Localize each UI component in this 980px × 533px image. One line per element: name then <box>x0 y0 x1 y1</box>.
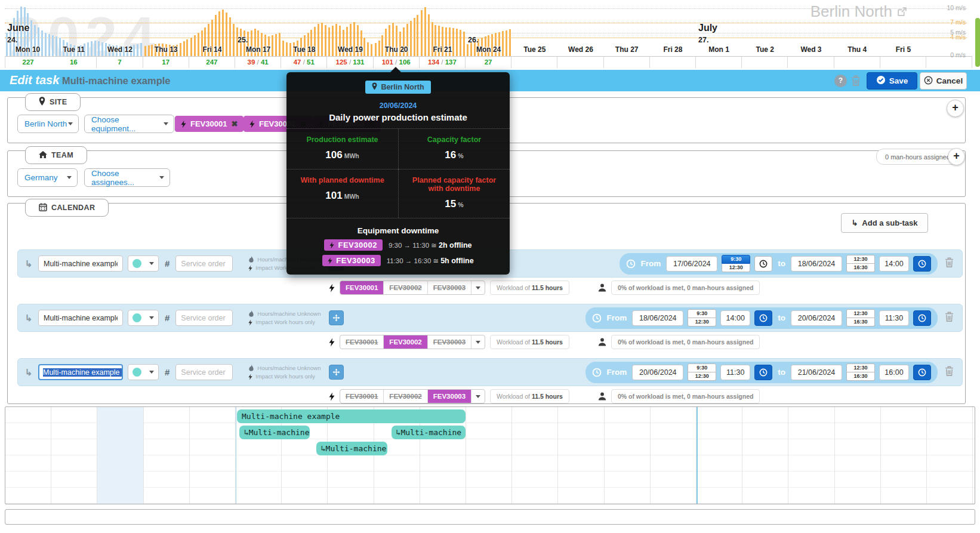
equipment-option-FEV30001[interactable]: FEV30001 <box>340 390 383 403</box>
site-select[interactable]: Berlin North <box>17 115 79 133</box>
time-shortcut-button[interactable]: 12:30 <box>846 255 875 264</box>
assignees-select[interactable]: Choose assignees... <box>84 168 170 187</box>
save-button[interactable]: Save <box>867 72 917 90</box>
subtask-name-input[interactable] <box>38 310 123 326</box>
month-label: July <box>698 23 717 33</box>
delete-subtask-icon[interactable] <box>945 257 954 270</box>
gantt-day-column <box>742 407 788 504</box>
help-icon[interactable]: ? <box>834 75 847 87</box>
drag-handle-button[interactable] <box>329 310 344 325</box>
edit-task-label: Edit task <box>10 73 59 87</box>
from-date-input[interactable] <box>632 310 683 326</box>
remove-tag-icon[interactable]: ✖ <box>231 119 238 128</box>
delete-subtask-icon[interactable] <box>945 366 954 378</box>
from-date-input[interactable] <box>666 256 717 272</box>
equipment-tag-FEV30001[interactable]: FEV30001✖ <box>175 116 244 132</box>
time-input[interactable] <box>879 365 909 380</box>
axis-tick-label: 0 m/s <box>935 51 966 58</box>
color-select[interactable] <box>128 255 159 272</box>
time-shortcut-button[interactable]: 16:30 <box>846 372 875 381</box>
collapsed-panel[interactable] <box>5 509 975 525</box>
site-tab[interactable]: SITE <box>25 93 81 111</box>
service-order-input[interactable] <box>175 364 233 380</box>
subtask-name-input[interactable]: Multi-machine example (3) <box>38 364 123 380</box>
gantt-bar[interactable]: ↳Multi-machine <box>316 442 387 455</box>
team-tab[interactable]: TEAM <box>25 146 87 164</box>
downtime-time-range: 11:30 → 16:30 ≅5h offline <box>387 257 474 265</box>
assignee-icon <box>598 284 606 292</box>
calendar-tab[interactable]: CALENDAR <box>25 199 109 217</box>
time-shortcut-button[interactable]: 16:30 <box>846 318 875 326</box>
to-label: to <box>778 259 785 268</box>
time-input[interactable] <box>879 310 909 326</box>
to-date-input[interactable] <box>791 310 842 326</box>
time-input[interactable] <box>879 256 909 272</box>
equipment-option-FEV30001[interactable]: FEV30001 <box>340 281 383 294</box>
gantt-day-column <box>512 407 558 504</box>
assignee-icon <box>598 392 606 400</box>
flame-icon <box>248 365 254 372</box>
time-shortcut-button[interactable]: 9:30 <box>688 363 716 372</box>
time-shortcut-button[interactable]: 12:30 <box>688 318 716 326</box>
chart-site-title: Berlin North <box>710 2 907 21</box>
external-link-icon[interactable] <box>897 2 907 21</box>
month-label: June <box>7 23 29 33</box>
time-shortcut-button[interactable]: 12:30 <box>846 309 875 318</box>
day-label: Tue 25 <box>511 45 557 55</box>
clock-button[interactable] <box>913 256 931 272</box>
trash-icon <box>945 257 954 267</box>
equipment-option-FEV30002[interactable]: FEV30002 <box>383 335 427 349</box>
gantt-bar[interactable]: Multi-machine example <box>237 409 466 423</box>
clock-button[interactable] <box>754 256 772 272</box>
day-label: Mon 1 <box>696 45 742 55</box>
from-date-input[interactable] <box>632 365 683 380</box>
add-site-button[interactable]: + <box>947 100 964 117</box>
time-shortcut-button[interactable]: 12:30 <box>722 264 750 272</box>
time-shortcut-button[interactable]: 12:30 <box>846 363 875 372</box>
axis-tick-label: 7 m/s <box>935 19 966 26</box>
drag-handle-button[interactable] <box>329 365 344 380</box>
time-shortcut-button[interactable]: 9:30 <box>688 309 716 318</box>
to-date-input[interactable] <box>791 256 842 272</box>
equipment-select[interactable]: Choose equipment... <box>84 115 174 133</box>
gantt-day-column <box>927 407 973 504</box>
equipment-option-FEV30002[interactable]: FEV30002 <box>383 281 427 294</box>
cancel-button[interactable]: Cancel <box>920 72 967 90</box>
equipment-option-FEV30002[interactable]: FEV30002 <box>383 390 427 403</box>
delete-subtask-icon[interactable] <box>945 312 954 324</box>
save-label: Save <box>889 76 908 85</box>
clock-button[interactable] <box>754 310 772 326</box>
equipment-dropdown-toggle[interactable] <box>471 281 485 294</box>
color-select[interactable] <box>128 364 159 380</box>
to-date-input[interactable] <box>791 365 842 380</box>
equipment-option-FEV30003[interactable]: FEV30003 <box>427 335 471 349</box>
to-label: to <box>778 368 785 377</box>
color-select[interactable] <box>128 310 159 326</box>
equipment-option-FEV30003[interactable]: FEV30003 <box>427 281 471 294</box>
equipment-dropdown-toggle[interactable] <box>471 335 485 349</box>
equipment-option-FEV30003[interactable]: FEV30003 <box>427 390 471 403</box>
time-shortcut-button[interactable]: 12:30 <box>688 372 716 381</box>
gantt-day-column <box>97 407 143 504</box>
gantt-bar[interactable]: ↳Multi-machine <box>239 426 310 439</box>
scroll-handle[interactable] <box>975 18 980 67</box>
team-select[interactable]: Germany <box>17 168 78 187</box>
time-shortcut-button[interactable]: 16:30 <box>846 264 875 272</box>
time-shortcut-button[interactable]: 9:30 <box>722 255 750 264</box>
add-subtask-button[interactable]: ↳ Add a sub-task <box>841 213 928 233</box>
time-input[interactable] <box>720 365 750 380</box>
service-order-input[interactable] <box>175 310 233 326</box>
add-assignee-button[interactable]: + <box>948 148 965 165</box>
gantt-bar[interactable]: ↳Multi-machine <box>392 426 466 439</box>
clock-button[interactable] <box>913 365 931 380</box>
equipment-dropdown-toggle[interactable] <box>471 390 485 403</box>
service-order-input[interactable] <box>175 255 233 272</box>
clock-button[interactable] <box>754 365 772 380</box>
delete-task-icon[interactable] <box>851 75 861 88</box>
time-input[interactable] <box>720 310 750 326</box>
clock-button[interactable] <box>913 310 931 326</box>
axis-tick-label: 10 m/s <box>935 4 966 11</box>
equipment-option-FEV30001[interactable]: FEV30001 <box>340 335 383 349</box>
workload-badge: Workload of11.5 hours <box>490 281 569 295</box>
subtask-name-input[interactable] <box>38 255 123 272</box>
